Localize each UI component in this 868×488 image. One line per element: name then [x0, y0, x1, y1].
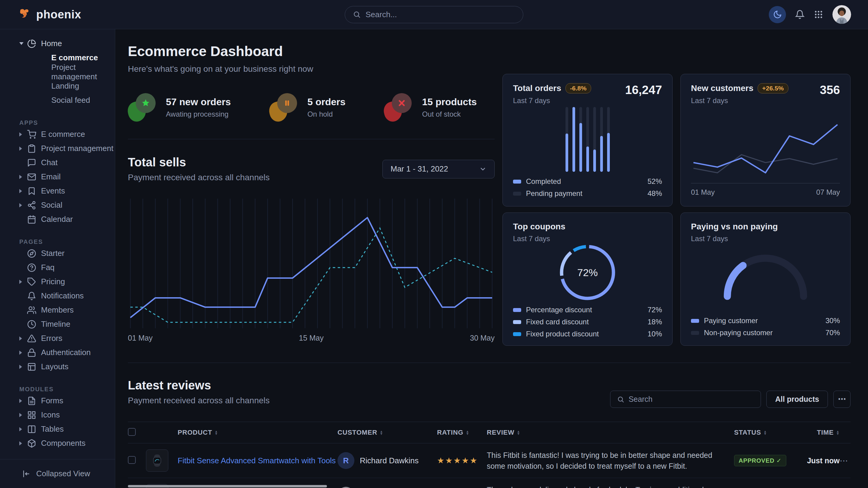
order-bar — [565, 107, 568, 172]
caret-right-icon — [19, 203, 27, 207]
sidebar-item-chat[interactable]: Chat — [0, 156, 115, 170]
caret-right-icon — [19, 441, 27, 446]
paying-gauge-chart — [720, 254, 811, 302]
col-customer[interactable]: CUSTOMER ▲▼ — [338, 429, 437, 436]
brand-name: phoenix — [36, 8, 81, 21]
date-range-select[interactable]: Mar 1 - 31, 2022 — [382, 160, 495, 178]
paying-period: Last 7 days — [691, 234, 778, 243]
x-axis-label: 01 May — [128, 334, 153, 343]
stat-1: 5 orders On hold — [269, 93, 345, 122]
legend-row: Fixed product discount 10% — [513, 330, 662, 338]
lock-icon — [27, 348, 36, 357]
all-products-button[interactable]: All products — [766, 391, 828, 408]
x-axis-label: 30 May — [470, 334, 495, 343]
customer-avatar — [338, 487, 354, 488]
layout-icon — [27, 362, 36, 371]
table-row: Fitbit Sense Advanced Smartwatch with To… — [128, 444, 850, 478]
top-navbar: phoenix — [0, 0, 868, 29]
sidebar-item-members[interactable]: Members — [0, 303, 115, 317]
user-avatar-image — [832, 5, 851, 24]
sidebar-item-project-management[interactable]: Project management — [0, 141, 115, 156]
col-rating[interactable]: RATING ▲▼ — [437, 429, 487, 436]
bell-icon — [795, 10, 805, 19]
calendar-icon — [27, 215, 36, 224]
top-coupons-center-value: 72% — [577, 267, 598, 279]
message-icon — [27, 158, 36, 167]
sort-icon[interactable]: ▲▼ — [836, 430, 840, 435]
grid-dots-icon — [814, 10, 824, 19]
caret-right-icon — [19, 399, 27, 403]
sort-icon[interactable]: ▲▼ — [764, 430, 767, 435]
sidebar-item-events[interactable]: Events — [0, 184, 115, 198]
caret-right-icon — [19, 351, 27, 355]
new-customers-line-chart — [691, 115, 840, 184]
search-icon — [617, 396, 624, 403]
sidebar-item-components[interactable]: Components — [0, 436, 115, 450]
product-thumbnail[interactable] — [146, 449, 168, 472]
product-link[interactable]: Fitbit Sense Advanced Smartwatch with To… — [178, 456, 357, 465]
select-all-checkbox[interactable] — [128, 428, 136, 436]
sidebar-item-pricing[interactable]: Pricing — [0, 274, 115, 289]
sort-icon[interactable]: ▲▼ — [466, 430, 470, 435]
horizontal-scrollbar-thumb[interactable] — [128, 485, 327, 487]
reviews-search-input[interactable] — [628, 395, 754, 403]
sidebar-item-icons[interactable]: Icons — [0, 408, 115, 422]
caret-right-icon — [19, 336, 27, 340]
new-customers-x-labels: 01 May07 May — [691, 188, 840, 197]
col-time[interactable]: TIME ▲▼ — [803, 429, 840, 436]
order-bar — [600, 107, 603, 172]
sidebar-subitem-social-feed[interactable]: Social feed — [0, 93, 115, 107]
row-menu-button[interactable]: ⋯ — [840, 456, 848, 465]
mail-icon — [27, 172, 36, 182]
collapse-sidebar-button[interactable]: Collapsed View — [0, 459, 115, 488]
sort-icon[interactable]: ▲▼ — [380, 430, 383, 435]
order-bar — [579, 107, 582, 172]
legend-chip — [513, 192, 521, 196]
sidebar-item-e-commerce[interactable]: E commerce — [0, 127, 115, 141]
sidebar-item-faq[interactable]: Faq — [0, 260, 115, 274]
col-status[interactable]: STATUS ▲▼ — [734, 429, 803, 436]
sort-icon[interactable]: ▲▼ — [214, 430, 218, 435]
sort-icon[interactable]: ▲▼ — [517, 430, 521, 435]
app-root: phoenix — [0, 0, 868, 488]
sidebar-item-home[interactable]: Home — [0, 36, 115, 51]
sidebar-item-social[interactable]: Social — [0, 198, 115, 212]
col-review[interactable]: REVIEW ▲▼ — [487, 429, 734, 436]
apps-menu-button[interactable] — [814, 10, 824, 19]
brand[interactable]: phoenix — [18, 7, 81, 22]
theme-toggle-button[interactable] — [769, 6, 786, 23]
legend-chip — [513, 308, 521, 312]
top-coupons-period: Last 7 days — [513, 234, 565, 243]
sidebar-item-starter[interactable]: Starter — [0, 246, 115, 260]
reviews-table: PRODUCT ▲▼CUSTOMER ▲▼RATING ▲▼REVIEW ▲▼S… — [128, 422, 850, 488]
global-search-input[interactable] — [366, 10, 515, 19]
caret-right-icon — [19, 427, 27, 431]
sidebar-item-notifications[interactable]: Notifications — [0, 289, 115, 303]
x-axis-label: 01 May — [691, 188, 715, 197]
user-avatar[interactable] — [832, 5, 851, 24]
reviews-search[interactable] — [610, 391, 761, 408]
legend-row: Percentage discount 72% — [513, 306, 662, 314]
stat-2: 15 products Out of stock — [384, 93, 476, 122]
sidebar-subitem-project-management[interactable]: Project management — [0, 65, 115, 79]
legend-chip — [513, 320, 521, 324]
sidebar-item-timeline[interactable]: Timeline — [0, 317, 115, 331]
notifications-button[interactable] — [795, 10, 805, 19]
reviews-menu-button[interactable]: ⋯ — [833, 391, 850, 408]
package-icon — [27, 439, 36, 448]
sidebar-item-email[interactable]: Email — [0, 170, 115, 184]
compass-icon — [27, 249, 36, 258]
share-icon — [27, 201, 36, 210]
sidebar-item-layouts[interactable]: Layouts — [0, 360, 115, 374]
col-product[interactable]: PRODUCT ▲▼ — [178, 429, 338, 436]
sidebar-item-errors[interactable]: Errors — [0, 331, 115, 346]
row-checkbox[interactable] — [128, 456, 136, 464]
sidebar-item-tables[interactable]: Tables — [0, 422, 115, 436]
sidebar-item-calendar[interactable]: Calendar — [0, 212, 115, 226]
global-search[interactable] — [345, 6, 523, 23]
caret-right-icon — [19, 365, 27, 369]
sidebar-item-forms[interactable]: Forms — [0, 394, 115, 408]
new-customers-badge: +26.5% — [757, 83, 788, 93]
date-range-value: Mar 1 - 31, 2022 — [391, 164, 448, 174]
sidebar-item-authentication[interactable]: Authentication — [0, 346, 115, 360]
